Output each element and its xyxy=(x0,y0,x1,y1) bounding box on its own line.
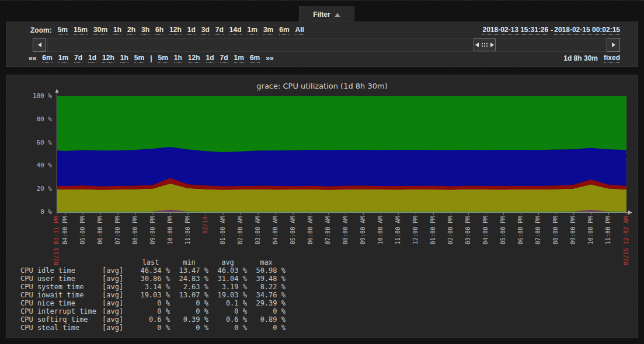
legend-value-avg: 0.6 % xyxy=(208,315,247,324)
nav-fwd-link-1h[interactable]: 1h xyxy=(174,54,182,63)
legend-value-min: 13.47 % xyxy=(170,266,208,275)
legend-row: CPU steal time[avg]0 %0 %0 %0 % xyxy=(11,324,286,332)
filter-tab[interactable]: Filter xyxy=(299,6,354,22)
x-tick-label: 10:00 PM xyxy=(587,216,594,244)
nav-fwd-link-1d[interactable]: 1d xyxy=(206,54,214,63)
x-tick-label: 05:00 PM xyxy=(500,216,506,244)
x-tick-label: 04:00 PM xyxy=(62,216,68,244)
zoom-link-6h[interactable]: 6h xyxy=(155,26,163,35)
nav-back-link-1h[interactable]: 1h xyxy=(120,54,128,63)
x-tick-label: 10:00 PM xyxy=(167,216,173,244)
zoom-link-3d[interactable]: 3d xyxy=(201,26,210,35)
x-tick-label: 06:00 PM xyxy=(97,216,103,244)
legend-func: [avg] xyxy=(102,299,131,307)
legend-value-min: 0 % xyxy=(170,307,208,315)
scrollbar-right-button[interactable] xyxy=(607,38,620,52)
x-tick-label: 06:00 PM xyxy=(517,216,524,244)
legend-value-last: 19.03 % xyxy=(131,291,170,299)
x-tick-label: 11:00 PM xyxy=(185,216,191,244)
x-tick-label: 11:00 AM xyxy=(395,216,401,244)
zoom-link-5m[interactable]: 5m xyxy=(58,26,68,35)
legend-value-max: 0.89 % xyxy=(247,315,286,324)
legend-header-avg: avg xyxy=(208,258,247,266)
x-tick-label: 12:00 PM xyxy=(412,216,419,244)
nav-left-links: 6m1m7d1d12h1h5m xyxy=(39,54,147,63)
fixed-link[interactable]: fixed xyxy=(604,54,620,63)
x-tick-label: 02/15 12:02 AM xyxy=(623,216,629,265)
legend-value-avg: 0 % xyxy=(208,307,247,315)
legend-header-row: lastminavgmax xyxy=(11,258,286,266)
nav-back-link-12h[interactable]: 12h xyxy=(102,54,114,63)
legend-name: CPU interrupt time xyxy=(20,307,102,315)
collapse-up-icon xyxy=(335,13,340,17)
legend-name: CPU user time xyxy=(20,275,102,283)
y-tick-label: 0 % xyxy=(6,208,52,216)
zoom-link-1d[interactable]: 1d xyxy=(187,26,196,35)
nav-fwd-link-12h[interactable]: 12h xyxy=(188,54,200,63)
zoom-links: 5m15m30m1h2h3h6h12h1d3d7d14d1m3m6mAll xyxy=(55,26,307,35)
graph-panel: grace: CPU utilization (1d 8h 30m) 0 %20… xyxy=(6,75,638,338)
legend-value-last: 0 % xyxy=(131,307,170,315)
arrow-left-icon xyxy=(38,43,41,47)
time-scrollbar xyxy=(33,38,620,52)
nav-back-link-6m[interactable]: 6m xyxy=(42,54,52,63)
nav-back-link-1d[interactable]: 1d xyxy=(88,54,96,63)
zoom-link-2h[interactable]: 2h xyxy=(127,26,135,35)
date-to-link[interactable]: 2018-02-15 00:02:15 xyxy=(554,26,620,35)
legend-row: CPU user time[avg]30.86 %24.83 %31.04 %3… xyxy=(11,275,286,283)
legend-value-min: 2.63 % xyxy=(170,283,208,291)
zoom-link-3h[interactable]: 3h xyxy=(141,26,149,35)
legend-row: CPU system time[avg]3.14 %2.63 %3.19 %8.… xyxy=(11,283,286,291)
legend-func: [avg] xyxy=(102,307,131,315)
legend-value-min: 13.07 % xyxy=(170,291,208,299)
date-from-link[interactable]: 2018-02-13 15:31:26 xyxy=(482,26,548,35)
legend-value-last: 0.6 % xyxy=(131,315,170,324)
x-axis-arrow-icon xyxy=(628,210,632,215)
legend-row: CPU nice time[avg]0 %0 %0.1 %29.39 % xyxy=(11,299,286,307)
zoom-link-15m[interactable]: 15m xyxy=(74,26,88,35)
zoom-link-12h[interactable]: 12h xyxy=(169,26,182,35)
scrollbar-track[interactable] xyxy=(47,38,605,52)
zoom-link-7d[interactable]: 7d xyxy=(215,26,224,35)
legend-value-avg: 0 % xyxy=(208,324,247,332)
legend-value-max: 34.76 % xyxy=(247,291,286,299)
zoom-link-3m[interactable]: 3m xyxy=(263,26,273,35)
legend-value-min: 24.83 % xyxy=(170,275,208,283)
nav-fwd-link-1m[interactable]: 1m xyxy=(234,54,244,63)
graph-plot-area[interactable] xyxy=(57,96,626,212)
filter-tab-label: Filter xyxy=(313,10,330,19)
nav-fwd-link-5m[interactable]: 5m xyxy=(158,54,168,63)
legend-name: CPU idle time xyxy=(20,266,102,275)
nav-back-link-5m[interactable]: 5m xyxy=(134,54,144,63)
arrow-right-icon xyxy=(612,43,615,47)
zoom-link-14d[interactable]: 14d xyxy=(229,26,242,35)
legend-value-last: 46.34 % xyxy=(131,266,170,275)
legend-value-avg: 31.04 % xyxy=(208,275,247,283)
zoom-link-6m[interactable]: 6m xyxy=(279,26,289,35)
legend-func: [avg] xyxy=(102,275,131,283)
legend-value-last: 3.14 % xyxy=(131,283,170,291)
nav-next-link[interactable]: »» xyxy=(266,54,273,62)
legend-header-min: min xyxy=(170,258,208,266)
zoom-label: Zoom: xyxy=(30,26,52,34)
zoom-link-1m[interactable]: 1m xyxy=(248,26,257,35)
nav-back-link-1m[interactable]: 1m xyxy=(58,54,68,63)
x-tick-label: 08:00 AM xyxy=(342,216,349,244)
nav-back-link-7d[interactable]: 7d xyxy=(74,54,82,63)
legend-row: CPU iowait time[avg]19.03 %13.07 %19.03 … xyxy=(11,291,286,299)
nav-fwd-link-6m[interactable]: 6m xyxy=(250,54,260,63)
scrollbar-left-button[interactable] xyxy=(33,38,46,52)
scrollbar-handle[interactable] xyxy=(474,38,496,51)
nav-fwd-link-7d[interactable]: 7d xyxy=(220,54,228,63)
time-filter-panel: Zoom: 5m15m30m1h2h3h6h12h1d3d7d14d1m3m6m… xyxy=(6,22,638,67)
zoom-link-30m[interactable]: 30m xyxy=(93,26,107,35)
legend-value-max: 0 % xyxy=(247,324,286,332)
zoom-link-all[interactable]: All xyxy=(295,26,304,35)
x-tick-label: 06:00 AM xyxy=(307,216,314,244)
nav-prev-link[interactable]: «« xyxy=(29,54,36,62)
legend-func: [avg] xyxy=(102,266,131,275)
legend-value-last: 0 % xyxy=(131,299,170,307)
x-tick-label: 02:00 PM xyxy=(447,216,454,244)
date-range-separator: - xyxy=(551,26,553,34)
zoom-link-1h[interactable]: 1h xyxy=(113,26,121,35)
